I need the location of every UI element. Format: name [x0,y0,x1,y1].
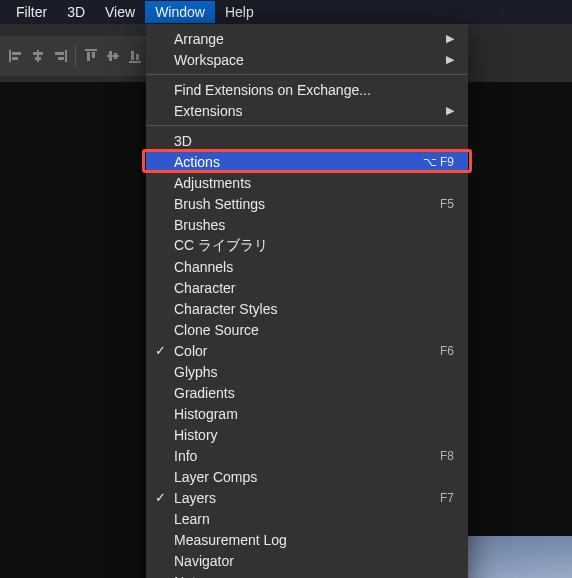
svg-rect-6 [65,50,67,62]
svg-rect-17 [136,54,139,60]
svg-rect-1 [12,52,21,55]
menu-item-3d[interactable]: 3D [146,130,468,151]
menu-item-label: Layers [174,490,430,506]
svg-rect-7 [55,52,64,55]
menu-separator [146,74,468,75]
menubar: Filter3DViewWindowHelp [0,0,572,24]
menu-item-label: Brushes [174,217,454,233]
menu-3d[interactable]: 3D [57,1,95,23]
menu-item-label: Navigator [174,553,454,569]
submenu-arrow-icon: ▶ [436,32,454,45]
svg-rect-3 [37,50,39,62]
menu-item-label: Layer Comps [174,469,454,485]
align-top-icon[interactable] [83,48,99,64]
menu-item-layer-comps[interactable]: Layer Comps [146,466,468,487]
svg-rect-9 [85,49,97,51]
menu-item-brushes[interactable]: Brushes [146,214,468,235]
menu-help[interactable]: Help [215,1,264,23]
menu-item-label: Glyphs [174,364,454,380]
menu-item-navigator[interactable]: Navigator [146,550,468,571]
svg-rect-13 [109,51,112,61]
menu-item-channels[interactable]: Channels [146,256,468,277]
align-middle-icon[interactable] [105,48,121,64]
menu-item-actions[interactable]: Actions⌥ F9 [146,151,468,172]
menu-item-extensions[interactable]: Extensions▶ [146,100,468,121]
menu-item-shortcut: F5 [430,197,454,211]
submenu-arrow-icon: ▶ [436,53,454,66]
svg-rect-8 [58,57,64,60]
menu-item-shortcut: F7 [430,491,454,505]
menu-item-label: Workspace [174,52,436,68]
menu-item-label: Clone Source [174,322,454,338]
svg-rect-10 [87,52,90,61]
submenu-arrow-icon: ▶ [436,104,454,117]
menu-item-character[interactable]: Character [146,277,468,298]
menu-item-label: Info [174,448,430,464]
menu-item-brush-settings[interactable]: Brush SettingsF5 [146,193,468,214]
menu-item-color[interactable]: ✓ColorF6 [146,340,468,361]
menu-item-label: Notes [174,574,454,579]
menu-item-label: Find Extensions on Exchange... [174,82,454,98]
menu-item-label: Character [174,280,454,296]
align-right-icon[interactable] [52,48,68,64]
menu-filter[interactable]: Filter [6,1,57,23]
menu-item-label: Arrange [174,31,436,47]
menu-item-character-styles[interactable]: Character Styles [146,298,468,319]
checkmark-icon: ✓ [146,343,174,358]
menu-item-shortcut: F8 [430,449,454,463]
menu-item-gradients[interactable]: Gradients [146,382,468,403]
svg-rect-11 [92,52,95,58]
svg-rect-16 [131,51,134,60]
svg-rect-0 [9,50,11,62]
svg-rect-4 [33,52,43,55]
menu-item-arrange[interactable]: Arrange▶ [146,28,468,49]
svg-rect-12 [107,55,119,57]
options-bar [0,36,146,76]
menu-item-shortcut: F6 [430,344,454,358]
menu-item-label: Gradients [174,385,454,401]
svg-rect-14 [114,53,117,59]
menu-item-label: 3D [174,133,454,149]
menu-item-label: Extensions [174,103,436,119]
svg-rect-5 [35,57,41,60]
menu-item-label: Channels [174,259,454,275]
window-menu-dropdown: Arrange▶Workspace▶Find Extensions on Exc… [146,24,468,578]
align-center-icon[interactable] [30,48,46,64]
menu-item-label: Measurement Log [174,532,454,548]
menu-item-workspace[interactable]: Workspace▶ [146,49,468,70]
menu-item-history[interactable]: History [146,424,468,445]
menu-item-cc[interactable]: CC ライブラリ [146,235,468,256]
menu-item-glyphs[interactable]: Glyphs [146,361,468,382]
menu-item-label: Histogram [174,406,454,422]
menu-item-adjustments[interactable]: Adjustments [146,172,468,193]
menu-item-label: Adjustments [174,175,454,191]
menu-item-label: Actions [174,154,413,170]
toolbar-separator [75,45,76,67]
checkmark-icon: ✓ [146,490,174,505]
menu-item-label: Brush Settings [174,196,430,212]
menu-item-histogram[interactable]: Histogram [146,403,468,424]
svg-rect-15 [129,61,141,63]
menu-item-find-extensions-on-exchange[interactable]: Find Extensions on Exchange... [146,79,468,100]
menu-item-info[interactable]: InfoF8 [146,445,468,466]
menu-item-label: CC ライブラリ [174,237,454,255]
menu-window[interactable]: Window [145,1,215,23]
menu-item-label: Character Styles [174,301,454,317]
menu-item-learn[interactable]: Learn [146,508,468,529]
align-bottom-icon[interactable] [127,48,143,64]
menu-item-label: History [174,427,454,443]
menu-separator [146,125,468,126]
menu-item-clone-source[interactable]: Clone Source [146,319,468,340]
menu-view[interactable]: View [95,1,145,23]
menu-item-layers[interactable]: ✓LayersF7 [146,487,468,508]
menu-item-shortcut: ⌥ F9 [413,155,454,169]
menu-item-label: Learn [174,511,454,527]
align-left-icon[interactable] [8,48,24,64]
menu-item-measurement-log[interactable]: Measurement Log [146,529,468,550]
svg-rect-2 [12,57,18,60]
menu-item-label: Color [174,343,430,359]
menu-item-notes[interactable]: Notes [146,571,468,578]
